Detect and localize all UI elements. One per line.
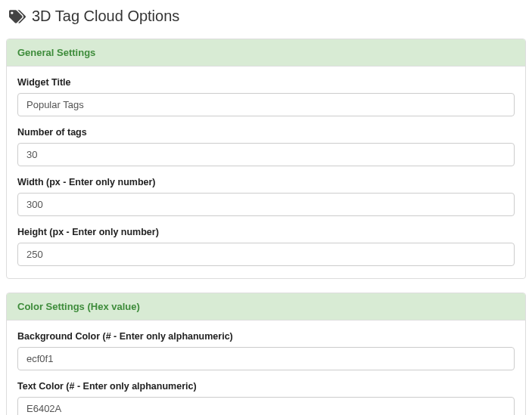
widget-title-label: Widget Title xyxy=(17,77,515,88)
color-settings-heading: Color Settings (Hex value) xyxy=(7,293,525,321)
page-header: 3D Tag Cloud Options xyxy=(6,8,526,25)
background-color-group: Background Color (# - Enter only alphanu… xyxy=(17,331,515,370)
text-color-group: Text Color (# - Enter only alphanumeric) xyxy=(17,381,515,415)
page-title: 3D Tag Cloud Options xyxy=(32,8,179,25)
background-color-label: Background Color (# - Enter only alphanu… xyxy=(17,331,515,342)
general-settings-body: Widget Title Number of tags Width (px - … xyxy=(7,67,525,278)
width-input[interactable] xyxy=(17,193,515,216)
widget-title-input[interactable] xyxy=(17,93,515,116)
number-of-tags-group: Number of tags xyxy=(17,127,515,166)
width-group: Width (px - Enter only number) xyxy=(17,177,515,216)
text-color-label: Text Color (# - Enter only alphanumeric) xyxy=(17,381,515,392)
widget-title-group: Widget Title xyxy=(17,77,515,116)
general-settings-heading: General Settings xyxy=(7,39,525,67)
number-of-tags-input[interactable] xyxy=(17,143,515,166)
width-label: Width (px - Enter only number) xyxy=(17,177,515,187)
text-color-input[interactable] xyxy=(17,397,515,415)
height-label: Height (px - Enter only number) xyxy=(17,227,515,237)
number-of-tags-label: Number of tags xyxy=(17,127,515,138)
tag-icon xyxy=(9,8,26,25)
general-settings-panel: General Settings Widget Title Number of … xyxy=(6,39,526,279)
height-group: Height (px - Enter only number) xyxy=(17,227,515,266)
height-input[interactable] xyxy=(17,243,515,266)
background-color-input[interactable] xyxy=(17,347,515,370)
color-settings-body: Background Color (# - Enter only alphanu… xyxy=(7,321,525,415)
color-settings-panel: Color Settings (Hex value) Background Co… xyxy=(6,293,526,415)
